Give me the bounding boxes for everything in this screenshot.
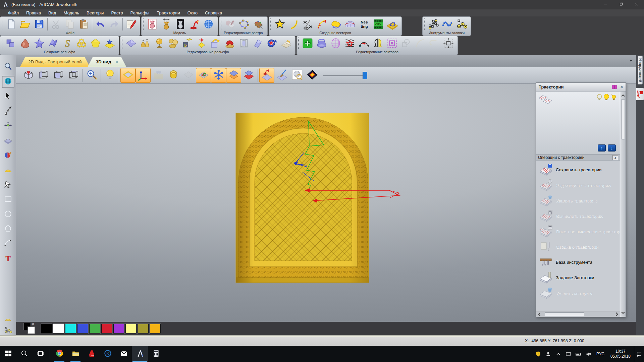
star-relief-button[interactable] bbox=[32, 37, 46, 50]
simulate-lighting-button[interactable] bbox=[259, 68, 274, 83]
paint-tool[interactable] bbox=[2, 149, 14, 162]
palette-color-10[interactable] bbox=[150, 324, 161, 334]
language-indicator[interactable]: РУС bbox=[594, 352, 607, 356]
toolpath-list-icon[interactable] bbox=[538, 93, 553, 104]
texture-preview-button[interactable] bbox=[289, 68, 305, 83]
heal-vectors-button[interactable] bbox=[301, 37, 315, 50]
distort-relief-button[interactable] bbox=[237, 37, 251, 50]
fit-arcs-button[interactable] bbox=[315, 17, 329, 31]
blend-vectors-button[interactable] bbox=[357, 37, 371, 50]
merge-reliefs-button[interactable] bbox=[166, 37, 180, 50]
horizontal-scrollbar[interactable] bbox=[536, 311, 620, 317]
taskbar-artcam-button[interactable] bbox=[132, 346, 148, 362]
view-along-z-button[interactable] bbox=[66, 68, 81, 83]
vector-on-relief-button[interactable] bbox=[385, 17, 399, 31]
texture-relief-button[interactable] bbox=[265, 37, 279, 50]
isometric-view-button[interactable] bbox=[21, 68, 36, 83]
menu-траектории[interactable]: Траектории bbox=[153, 10, 184, 16]
taskbar-calculator-button[interactable] bbox=[148, 346, 164, 362]
scale-relief-button[interactable] bbox=[195, 37, 209, 50]
draw-vectors-button[interactable] bbox=[196, 68, 211, 83]
palette-color-8[interactable] bbox=[125, 324, 137, 334]
mirror-weld-button[interactable] bbox=[371, 37, 385, 50]
move-toolpath-up-button[interactable]: ↑ bbox=[598, 144, 606, 152]
palette-color-6[interactable] bbox=[101, 324, 112, 334]
draw-origin-button[interactable] bbox=[136, 68, 151, 83]
shape-from-vectors-button[interactable] bbox=[4, 37, 18, 50]
paint-raster-button[interactable] bbox=[223, 17, 237, 31]
fillet-vectors-button[interactable] bbox=[413, 37, 427, 50]
smooth-relief-button[interactable] bbox=[124, 37, 138, 50]
dock-mini-tool-1[interactable] bbox=[3, 315, 13, 324]
tray-chevron-up-icon[interactable] bbox=[553, 346, 564, 362]
taskbar-mail-button[interactable] bbox=[116, 346, 132, 362]
view-tab-3d[interactable]: 3D вид× bbox=[88, 57, 126, 67]
menu-вид[interactable]: Вид bbox=[45, 10, 60, 16]
operation-row[interactable]: Задание Заготовки bbox=[536, 270, 620, 285]
sweep-profile-button[interactable]: S bbox=[60, 37, 74, 50]
dock-tab-assistant[interactable]: Инструментарий bbox=[638, 56, 643, 84]
slot-vectors-button[interactable] bbox=[427, 37, 441, 50]
vertical-scrollbar[interactable] bbox=[620, 92, 626, 317]
taskbar-task-view-button[interactable] bbox=[32, 346, 48, 362]
view-tab-2d[interactable]: 2D Вид - Растровый слой bbox=[20, 57, 90, 67]
wrap-relief-button[interactable] bbox=[209, 37, 223, 50]
text-tool[interactable]: T bbox=[2, 253, 14, 265]
nesting-button[interactable]: Nesting bbox=[357, 17, 371, 31]
trim-vectors-button[interactable] bbox=[301, 17, 315, 31]
menu-растр[interactable]: Растр bbox=[107, 10, 126, 16]
cut-button[interactable] bbox=[49, 17, 63, 31]
primary-secondary-color[interactable]: ⇄ bbox=[23, 323, 37, 334]
model-resize-button[interactable] bbox=[159, 17, 173, 31]
erase-relief-button[interactable] bbox=[279, 37, 293, 50]
menu-окно[interactable]: Окно bbox=[184, 10, 201, 16]
paste-button[interactable] bbox=[77, 17, 91, 31]
star-vector-button[interactable] bbox=[273, 17, 287, 31]
offset-vector-button[interactable] bbox=[329, 17, 343, 31]
save-model-button[interactable] bbox=[32, 17, 46, 31]
palette-color-3[interactable] bbox=[65, 324, 76, 334]
draw-composite-relief-button[interactable] bbox=[241, 68, 256, 83]
close-button[interactable] bbox=[629, 0, 644, 9]
palette-color-2[interactable] bbox=[53, 324, 64, 334]
paint-relief-button[interactable] bbox=[274, 68, 289, 83]
preview-relief-layer-button[interactable] bbox=[151, 68, 166, 83]
menu-справка[interactable]: Справка bbox=[201, 10, 226, 16]
dock-tab-live[interactable]: Live! bbox=[636, 88, 644, 100]
slider-handle[interactable] bbox=[363, 72, 367, 79]
menu-модель[interactable]: Модель bbox=[60, 10, 83, 16]
dome-shape-button[interactable] bbox=[18, 37, 32, 50]
copy-relief-button[interactable]: b bbox=[180, 37, 195, 50]
tab-close-icon[interactable]: × bbox=[115, 59, 118, 65]
tray-display-icon[interactable] bbox=[564, 346, 574, 362]
tray-speaker-icon[interactable] bbox=[584, 346, 594, 362]
notes-button[interactable] bbox=[124, 17, 138, 31]
polygon-tool[interactable] bbox=[2, 223, 14, 235]
model-size-button[interactable] bbox=[145, 17, 159, 31]
draw-height-colors-button[interactable] bbox=[305, 68, 320, 83]
tab-overflow-icon[interactable] bbox=[629, 60, 633, 62]
draw-wireframe-button[interactable] bbox=[211, 68, 226, 83]
toggle-lighting-button[interactable] bbox=[102, 68, 117, 83]
circle-tool[interactable] bbox=[2, 208, 14, 221]
envelope-distort-button[interactable] bbox=[329, 37, 343, 50]
toolpath-list-area[interactable]: ↑ ↓ bbox=[536, 92, 620, 155]
tray-battery-icon[interactable] bbox=[574, 346, 584, 362]
rotate-view-tool[interactable] bbox=[2, 76, 14, 88]
maximize-button[interactable] bbox=[613, 0, 629, 9]
draw-zero-plane-button[interactable] bbox=[120, 68, 136, 83]
vector-select-tool[interactable] bbox=[2, 179, 14, 191]
menu-правка[interactable]: Правка bbox=[22, 10, 45, 16]
shade-relief-button[interactable] bbox=[181, 68, 196, 83]
fill-along-curve-button[interactable] bbox=[440, 17, 454, 31]
arc-tool[interactable] bbox=[2, 238, 14, 250]
scroll-left-icon[interactable] bbox=[537, 312, 542, 316]
node-edit-tool[interactable] bbox=[2, 105, 14, 117]
collapse-operations-icon[interactable]: ▲ bbox=[612, 155, 618, 160]
draw-relief-layers-button[interactable] bbox=[226, 68, 241, 83]
zoom-view-button[interactable] bbox=[84, 68, 99, 83]
shape-editor-button[interactable] bbox=[237, 17, 251, 31]
reduce-colors-button[interactable] bbox=[251, 17, 265, 31]
extrude-relief-button[interactable] bbox=[46, 37, 60, 50]
weave-wizard-button[interactable] bbox=[74, 37, 89, 50]
